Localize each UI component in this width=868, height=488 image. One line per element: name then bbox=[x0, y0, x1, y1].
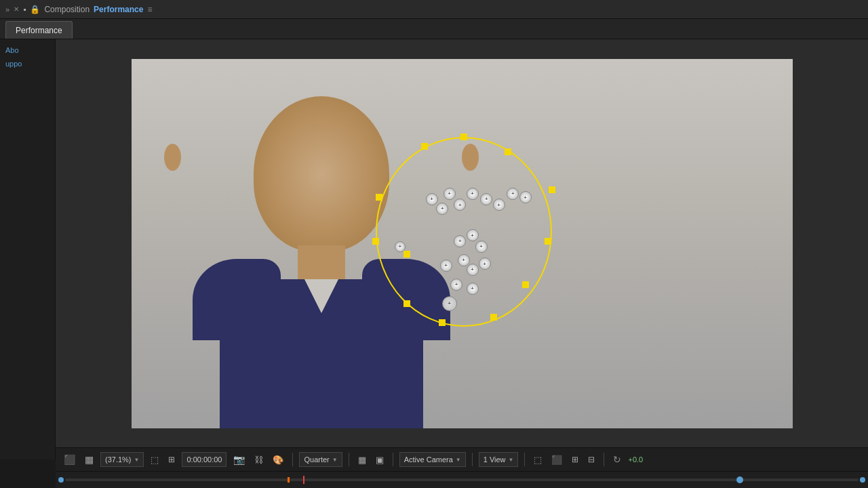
track-dot-8 bbox=[507, 188, 519, 200]
anchor-bottom-center[interactable] bbox=[439, 319, 446, 326]
divider-1 bbox=[292, 453, 293, 466]
layer-view-btn[interactable]: ▣ bbox=[373, 453, 387, 466]
track-dot-chin bbox=[442, 296, 457, 311]
tracker-ellipse bbox=[376, 137, 552, 327]
tab-lock-icon: 🔒 bbox=[30, 5, 40, 14]
camera-arrow: ▼ bbox=[456, 457, 461, 463]
view-layout-2-btn[interactable]: ⬛ bbox=[549, 453, 565, 466]
toolbar-controls: ⬛ ▦ (37.1%) ▼ ⬚ ⊞ 0:00:00:00 📷 ⛓ bbox=[56, 448, 868, 472]
sidebar-item-uppo[interactable]: uppo bbox=[3, 58, 52, 69]
anchor-top-right[interactable] bbox=[505, 148, 511, 155]
anchor-right-lower[interactable] bbox=[522, 281, 529, 288]
track-dot-13 bbox=[440, 260, 452, 272]
anchor-top-left[interactable] bbox=[421, 143, 428, 150]
anchor-top-center[interactable] bbox=[460, 134, 467, 140]
mask-btn[interactable]: ⛓ bbox=[252, 453, 266, 466]
divider-4 bbox=[472, 453, 473, 466]
anchor-bottom-left[interactable] bbox=[403, 300, 410, 307]
track-dot-10 bbox=[454, 235, 466, 247]
collapse-panels-icon[interactable]: » bbox=[5, 5, 9, 14]
safe-zones-btn[interactable]: ▦ bbox=[82, 453, 96, 466]
color-correction-btn[interactable]: 🎨 bbox=[270, 453, 286, 466]
region-of-interest-btn[interactable]: ⬚ bbox=[148, 453, 161, 466]
divider-3 bbox=[393, 453, 393, 466]
view-layout-4-btn[interactable]: ⊟ bbox=[585, 453, 597, 466]
timecode-display[interactable]: 0:00:00:00 bbox=[182, 452, 226, 467]
tab-row: Performance bbox=[0, 19, 868, 39]
transparency-grid-btn[interactable]: ▦ bbox=[355, 453, 369, 466]
left-sidebar: Abo uppo bbox=[0, 39, 56, 460]
reset-exposure-btn[interactable]: ↻ bbox=[610, 453, 624, 466]
camera-dropdown[interactable]: Active Camera ▼ bbox=[399, 452, 466, 467]
track-dot-17 bbox=[450, 279, 462, 291]
views-value: 1 View bbox=[484, 455, 506, 464]
quality-dropdown[interactable]: Quarter ▼ bbox=[299, 452, 342, 467]
timeline-row bbox=[56, 472, 868, 488]
track-dot-1 bbox=[426, 193, 438, 205]
camera-value: Active Camera bbox=[404, 455, 453, 464]
timeline-track[interactable] bbox=[65, 479, 859, 481]
views-arrow: ▼ bbox=[509, 457, 514, 463]
main-viewport bbox=[56, 39, 868, 447]
anchor-right-mid[interactable] bbox=[545, 238, 551, 245]
anchor-left-mid[interactable] bbox=[372, 238, 379, 245]
track-dot-cheek-left bbox=[395, 241, 406, 252]
composition-label: Composition bbox=[44, 5, 90, 14]
timeline-right-handle[interactable] bbox=[736, 476, 743, 483]
track-dot-18 bbox=[467, 283, 479, 295]
title-bar: » ✕ ▪ 🔒 Composition Performance ≡ bbox=[0, 0, 868, 19]
anchor-left-upper[interactable] bbox=[376, 194, 382, 201]
divider-5 bbox=[524, 453, 525, 466]
timeline-start-handle[interactable] bbox=[58, 477, 64, 483]
track-dot-9 bbox=[519, 191, 532, 203]
performance-label: Performance bbox=[94, 5, 143, 14]
timecode-value: 0:00:00:00 bbox=[186, 455, 222, 464]
composition-viewer[interactable] bbox=[132, 59, 793, 428]
zoom-value: (37.1%) bbox=[105, 455, 132, 464]
preview-viewport-btn[interactable]: ⬛ bbox=[61, 453, 78, 466]
face-tracker bbox=[376, 137, 552, 327]
work-area-start[interactable] bbox=[288, 477, 290, 483]
left-ear bbox=[164, 144, 181, 171]
vneck bbox=[304, 279, 338, 313]
track-dot-16 bbox=[479, 258, 491, 270]
exposure-value: +0.0 bbox=[628, 455, 643, 464]
tab-folder-icon: ▪ bbox=[23, 5, 26, 14]
track-dot-3 bbox=[436, 203, 448, 215]
divider-6 bbox=[604, 453, 604, 466]
menu-icon[interactable]: ≡ bbox=[147, 5, 152, 14]
track-dot-7 bbox=[493, 199, 505, 211]
anchor-right-upper[interactable] bbox=[549, 186, 555, 193]
track-dot-5 bbox=[467, 188, 479, 200]
bottom-toolbar: ⬛ ▦ (37.1%) ▼ ⬚ ⊞ 0:00:00:00 📷 ⛓ bbox=[56, 447, 868, 488]
sidebar-item-abo[interactable]: Abo bbox=[3, 45, 52, 56]
divider-2 bbox=[349, 453, 349, 466]
quality-arrow: ▼ bbox=[332, 457, 338, 463]
track-dot-4 bbox=[454, 199, 466, 211]
track-dot-12 bbox=[475, 241, 488, 253]
anchor-left-shoulder[interactable] bbox=[403, 251, 410, 258]
zoom-arrow: ▼ bbox=[134, 457, 140, 463]
quality-value: Quarter bbox=[304, 455, 329, 464]
head bbox=[254, 96, 389, 252]
track-dot-6 bbox=[480, 193, 492, 205]
views-dropdown[interactable]: 1 View ▼ bbox=[479, 452, 519, 467]
view-layout-1-btn[interactable]: ⬚ bbox=[531, 453, 545, 466]
track-dot-11 bbox=[467, 229, 479, 241]
view-layout-3-btn[interactable]: ⊞ bbox=[569, 453, 581, 466]
track-dot-15 bbox=[467, 264, 479, 276]
timeline-end-handle[interactable] bbox=[860, 477, 865, 483]
anchor-bottom-right[interactable] bbox=[490, 314, 497, 321]
zoom-dropdown[interactable]: (37.1%) ▼ bbox=[100, 452, 144, 467]
track-dot-2 bbox=[443, 188, 456, 200]
tab-performance[interactable]: Performance bbox=[5, 21, 73, 39]
tab-close-icon[interactable]: ✕ bbox=[14, 5, 19, 13]
resolution-btn[interactable]: ⊞ bbox=[165, 453, 178, 466]
playhead[interactable] bbox=[303, 476, 304, 484]
snapshot-btn[interactable]: 📷 bbox=[231, 453, 248, 466]
